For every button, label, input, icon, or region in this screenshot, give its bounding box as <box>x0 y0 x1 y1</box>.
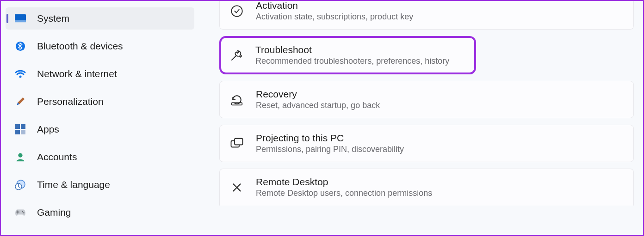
wrench-icon <box>229 48 243 62</box>
card-title: Activation <box>256 1 413 11</box>
card-title: Remote Desktop <box>256 176 432 188</box>
checkmark-circle-icon <box>230 4 244 18</box>
svg-rect-7 <box>21 130 25 134</box>
remote-arrows-icon <box>230 181 244 194</box>
settings-main: Activation Activation state, subscriptio… <box>199 1 643 235</box>
card-remote-desktop[interactable]: Remote Desktop Remote Desktop users, con… <box>219 169 634 206</box>
sidebar-item-gaming[interactable]: Gaming <box>6 201 194 224</box>
sidebar-item-label: Network & internet <box>37 68 117 79</box>
svg-rect-16 <box>235 138 243 145</box>
bluetooth-icon <box>15 41 26 52</box>
card-text: Recovery Reset, advanced startup, go bac… <box>256 89 380 110</box>
sidebar-item-label: System <box>37 13 69 24</box>
clock-globe-icon <box>15 179 26 190</box>
paintbrush-icon <box>15 96 26 107</box>
sidebar-item-apps[interactable]: Apps <box>6 118 194 140</box>
person-icon <box>15 151 26 163</box>
sidebar-item-accounts[interactable]: Accounts <box>6 146 194 168</box>
card-title: Troubleshoot <box>255 44 449 55</box>
card-title: Recovery <box>256 89 380 100</box>
svg-point-11 <box>22 211 23 212</box>
svg-rect-6 <box>15 130 20 134</box>
apps-icon <box>15 124 26 135</box>
system-icon <box>15 13 26 24</box>
sidebar-item-label: Bluetooth & devices <box>37 41 123 52</box>
card-text: Troubleshoot Recommended troubleshooters… <box>255 44 449 66</box>
card-desc: Permissions, pairing PIN, discoverabilit… <box>256 145 404 154</box>
card-activation[interactable]: Activation Activation state, subscriptio… <box>219 1 634 30</box>
gamepad-icon <box>15 207 26 218</box>
sidebar-item-time-language[interactable]: Time & language <box>6 174 194 196</box>
svg-rect-5 <box>21 124 25 129</box>
card-text: Projecting to this PC Permissions, pairi… <box>256 133 404 154</box>
sidebar-item-label: Personalization <box>37 96 104 107</box>
card-text: Activation Activation state, subscriptio… <box>256 1 413 22</box>
card-desc: Activation state, subscriptions, product… <box>256 12 413 22</box>
projecting-icon <box>230 137 244 151</box>
card-troubleshoot[interactable]: Troubleshoot Recommended troubleshooters… <box>219 36 476 74</box>
svg-rect-1 <box>15 20 26 23</box>
card-desc: Remote Desktop users, connection permiss… <box>256 188 432 198</box>
svg-rect-4 <box>15 124 20 129</box>
card-desc: Reset, advanced startup, go back <box>256 101 380 110</box>
svg-point-12 <box>23 212 25 214</box>
recovery-icon <box>230 93 244 107</box>
card-text: Remote Desktop Remote Desktop users, con… <box>256 176 432 198</box>
sidebar-item-label: Time & language <box>37 179 110 190</box>
card-recovery[interactable]: Recovery Reset, advanced startup, go bac… <box>219 81 634 118</box>
sidebar-item-network[interactable]: Network & internet <box>6 63 194 85</box>
settings-sidebar: System Bluetooth & devices Network & int… <box>1 1 199 235</box>
sidebar-item-label: Gaming <box>37 207 71 218</box>
card-title: Projecting to this PC <box>256 133 404 144</box>
sidebar-item-bluetooth[interactable]: Bluetooth & devices <box>6 35 194 57</box>
card-desc: Recommended troubleshooters, preferences… <box>255 56 449 66</box>
sidebar-item-system[interactable]: System <box>6 7 194 30</box>
sidebar-item-personalization[interactable]: Personalization <box>6 91 194 113</box>
wifi-icon <box>15 68 26 79</box>
svg-point-3 <box>19 76 22 78</box>
svg-point-13 <box>231 6 242 16</box>
sidebar-item-label: Apps <box>37 124 59 135</box>
svg-point-8 <box>18 153 22 157</box>
card-projecting[interactable]: Projecting to this PC Permissions, pairi… <box>219 125 634 162</box>
sidebar-item-label: Accounts <box>37 151 77 163</box>
